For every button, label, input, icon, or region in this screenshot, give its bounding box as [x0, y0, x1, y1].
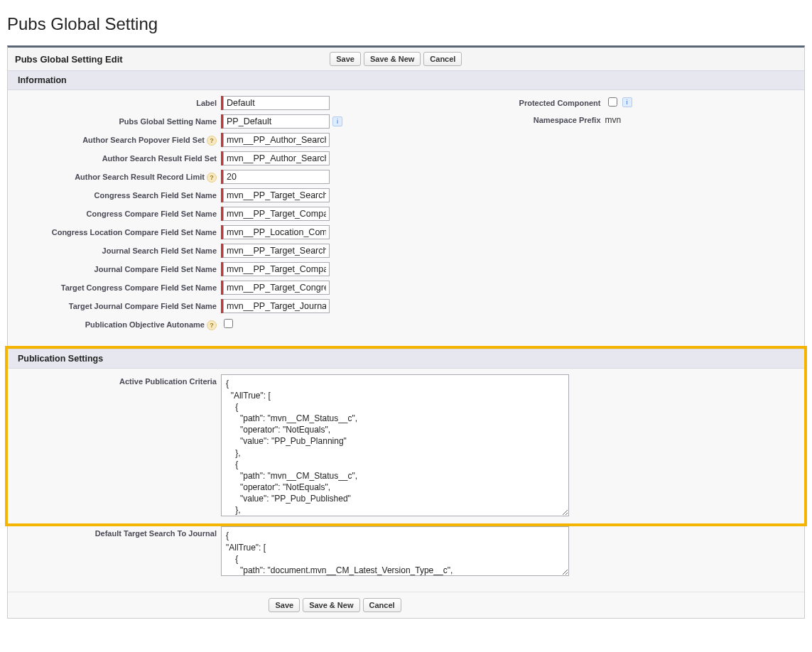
publication-settings-body-2: Default Target Search To Journal — [8, 526, 804, 592]
author-popover-input[interactable] — [223, 133, 330, 147]
author-result-label: Author Search Result Field Set — [15, 151, 221, 163]
congress-loc-compare-label: Congress Location Compare Field Set Name — [15, 225, 221, 237]
target-congress-compare-input[interactable] — [223, 281, 330, 295]
label-input[interactable] — [223, 96, 330, 110]
cancel-button[interactable]: Cancel — [363, 598, 401, 612]
active-pub-criteria-label: Active Publication Criteria — [15, 374, 221, 386]
help-icon[interactable]: ? — [207, 136, 217, 146]
save-and-new-button[interactable]: Save & New — [364, 52, 421, 66]
panel-header-title: Pubs Global Setting Edit — [15, 54, 123, 65]
save-button[interactable]: Save — [330, 52, 361, 66]
namespace-prefix-label: Namespace Prefix — [421, 113, 605, 125]
author-limit-input[interactable] — [223, 170, 330, 184]
save-button[interactable]: Save — [269, 598, 300, 612]
info-icon[interactable]: i — [332, 116, 342, 126]
panel-header: Pubs Global Setting Edit Save Save & New… — [8, 48, 804, 70]
protected-component-label: Protected Component — [421, 96, 605, 108]
congress-compare-label: Congress Compare Field Set Name — [15, 207, 221, 219]
pub-obj-autoname-label: Publication Objective Autoname ? — [15, 317, 221, 330]
label-label: Label — [15, 96, 221, 108]
journal-search-label: Journal Search Field Set Name — [15, 244, 221, 256]
target-journal-compare-label: Target Journal Compare Field Set Name — [15, 299, 221, 311]
setting-name-input[interactable] — [223, 114, 330, 129]
information-body: Label Pubs Global Setting Name i — [8, 90, 804, 346]
journal-search-input[interactable] — [223, 244, 330, 258]
target-journal-compare-input[interactable] — [223, 299, 330, 313]
section-header-information: Information — [8, 70, 804, 90]
pub-obj-autoname-checkbox[interactable] — [224, 319, 233, 328]
default-target-journal-textarea[interactable] — [221, 526, 569, 576]
journal-compare-label: Journal Compare Field Set Name — [15, 262, 221, 274]
congress-compare-input[interactable] — [223, 207, 330, 221]
publication-settings-highlight: Publication Settings Active Publication … — [5, 346, 807, 526]
help-icon[interactable]: ? — [207, 320, 217, 330]
publication-settings-body: Active Publication Criteria — [8, 369, 804, 523]
congress-search-label: Congress Search Field Set Name — [15, 188, 221, 200]
journal-compare-input[interactable] — [223, 262, 330, 276]
help-icon[interactable]: ? — [207, 173, 217, 183]
setting-name-label: Pubs Global Setting Name — [15, 114, 221, 126]
author-result-input[interactable] — [223, 151, 330, 165]
page-title: Pubs Global Setting — [7, 14, 805, 34]
default-target-journal-label: Default Target Search To Journal — [15, 526, 221, 538]
congress-loc-compare-input[interactable] — [223, 225, 330, 239]
author-limit-label: Author Search Result Record Limit ? — [15, 170, 221, 183]
target-congress-compare-label: Target Congress Compare Field Set Name — [15, 281, 221, 293]
congress-search-input[interactable] — [223, 188, 330, 202]
top-button-group: Save Save & New Cancel — [330, 52, 462, 66]
author-popover-label: Author Search Popover Field Set ? — [15, 133, 221, 146]
cancel-button[interactable]: Cancel — [423, 52, 462, 66]
protected-component-checkbox[interactable] — [608, 97, 617, 107]
edit-panel: Pubs Global Setting Edit Save Save & New… — [7, 45, 805, 619]
panel-footer: Save Save & New Cancel — [8, 592, 804, 618]
save-and-new-button[interactable]: Save & New — [303, 598, 359, 612]
bottom-button-group: Save Save & New Cancel — [269, 598, 401, 612]
active-pub-criteria-textarea[interactable] — [221, 374, 569, 516]
info-icon[interactable]: i — [622, 97, 632, 107]
namespace-prefix-value: mvn — [605, 113, 622, 125]
section-header-publication-settings: Publication Settings — [8, 349, 804, 369]
